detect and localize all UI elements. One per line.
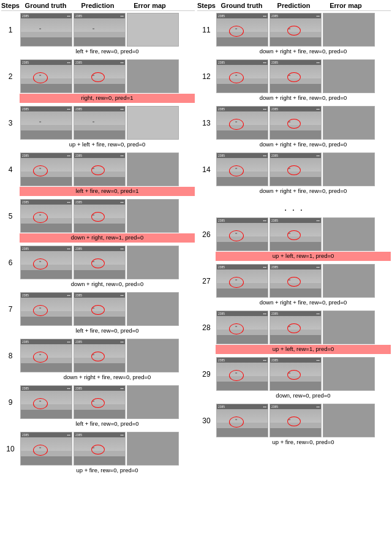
step-block: 282385▪▪▪≈2385▪▪▪≈up + left, rew=1, pred… (197, 310, 391, 354)
step-caption: up + fire, rew=0, pred=0 (20, 466, 195, 475)
ground-truth-cell: 2385▪▪▪≈ (20, 432, 72, 466)
step-images-row: 112385▪▪▪≈2385▪▪▪≈ (197, 12, 391, 47)
step-images-row: 122385▪▪▪≈2385▪▪▪≈ (197, 59, 391, 94)
step-number: 5 (1, 212, 20, 221)
prediction-cell: 2385▪▪▪≈ (74, 106, 126, 140)
game-image: 2385▪▪▪≈ (74, 153, 125, 186)
game-image: 2385▪▪▪≈ (21, 153, 72, 186)
error-map (323, 218, 374, 251)
error-map-cell (127, 385, 179, 419)
step-caption: left + fire, rew=0, pred=0 (20, 47, 195, 56)
error-map (127, 246, 178, 279)
red-circle-indicator (229, 277, 244, 288)
step-images-row: 302385▪▪▪≈2385▪▪▪≈ (197, 403, 391, 438)
red-circle-indicator (287, 72, 301, 82)
step-number: 26 (197, 230, 216, 239)
step-caption: up + fire, rew=0, pred=0 (216, 438, 391, 447)
prediction-cell: 2385▪▪▪≈ (74, 153, 126, 186)
step-caption: down, rew=0, pred=0 (216, 391, 391, 401)
game-image: 2385▪▪▪≈ (270, 358, 321, 390)
prediction-cell: 2385▪▪▪≈ (270, 59, 322, 93)
prediction-cell: 2385▪▪▪≈ (270, 311, 322, 344)
right-header: Steps Ground truth Prediction Error map (197, 0, 391, 11)
error-map-cell (323, 13, 375, 47)
red-circle-indicator (229, 72, 244, 83)
step-number: 30 (197, 417, 216, 425)
red-circle-indicator (91, 398, 105, 408)
error-map (323, 13, 374, 46)
error-map-cell (323, 404, 375, 437)
red-circle-indicator (91, 305, 105, 315)
step-block: 32385▪▪▪≈2385▪▪▪≈up + left + fire, rew=0… (1, 105, 195, 149)
game-image: 2385▪▪▪≈ (74, 60, 125, 92)
red-circle-indicator (33, 212, 48, 223)
step-images-row: 142385▪▪▪≈2385▪▪▪≈ (197, 152, 391, 187)
right-header-err: Error map (320, 2, 372, 9)
error-map (127, 200, 178, 232)
step-caption: left + fire, rew=0, pred=0 (20, 326, 195, 336)
error-map-cell (127, 153, 179, 186)
step-caption: down + right, rew=1, pred=0 (20, 233, 195, 243)
ground-truth-cell: 2385▪▪▪≈ (20, 106, 72, 140)
step-images-row: 52385▪▪▪≈2385▪▪▪≈ (1, 198, 195, 233)
game-image: 2385▪▪▪≈ (270, 13, 321, 46)
left-header-steps: Steps (1, 2, 20, 9)
step-images-row: 12385▪▪▪≈2385▪▪▪≈ (1, 12, 195, 47)
prediction-cell: 2385▪▪▪≈ (270, 217, 322, 251)
ground-truth-cell: 2385▪▪▪≈ (20, 153, 72, 186)
step-caption: up + left, rew=1, pred=0 (216, 345, 391, 354)
ground-truth-cell: 2385▪▪▪≈ (216, 106, 268, 140)
prediction-cell: 2385▪▪▪≈ (270, 106, 322, 140)
ground-truth-cell: 2385▪▪▪≈ (216, 217, 268, 251)
error-map (323, 107, 374, 139)
game-image: 2385▪▪▪≈ (74, 432, 125, 465)
error-map-cell (127, 13, 179, 47)
step-block: 52385▪▪▪≈2385▪▪▪≈down + right, rew=1, pr… (1, 198, 195, 243)
step-caption: down + right + fire, rew=0, pred=0 (216, 187, 391, 196)
prediction-cell: 2385▪▪▪≈ (74, 13, 126, 47)
prediction-cell: 2385▪▪▪≈ (74, 246, 126, 279)
error-map-cell (127, 106, 179, 140)
red-circle-indicator (287, 230, 301, 240)
step-caption: up + left, rew=1, pred=0 (216, 252, 391, 261)
game-image: 2385▪▪▪≈ (21, 386, 72, 418)
ground-truth-cell: 2385▪▪▪≈ (20, 246, 72, 279)
step-images-row: 22385▪▪▪≈2385▪▪▪≈ (1, 59, 195, 94)
game-image: 2385▪▪▪≈ (21, 339, 72, 372)
step-block: 72385▪▪▪≈2385▪▪▪≈left + fire, rew=0, pre… (1, 292, 195, 336)
step-images-row: 272385▪▪▪≈2385▪▪▪≈ (197, 263, 391, 298)
game-image: 2385▪▪▪≈ (217, 13, 268, 46)
right-header-gt: Ground truth (216, 2, 268, 9)
step-number: 2 (1, 72, 20, 81)
error-map-cell (127, 339, 179, 372)
error-map-cell (323, 311, 375, 344)
red-circle-indicator (33, 165, 48, 176)
step-caption: left + fire, rew=0, pred=0 (20, 420, 195, 429)
game-image: 2385▪▪▪≈ (217, 218, 268, 251)
error-map (323, 60, 374, 92)
step-block: 292385▪▪▪≈2385▪▪▪≈down, rew=0, pred=0 (197, 356, 391, 401)
step-number: 4 (1, 165, 20, 174)
game-image: 2385▪▪▪≈ (21, 200, 72, 232)
step-block: 302385▪▪▪≈2385▪▪▪≈up + fire, rew=0, pred… (197, 403, 391, 447)
right-panel: Steps Ground truth Prediction Error map … (196, 0, 392, 478)
step-block: 22385▪▪▪≈2385▪▪▪≈right, rew=0, pred=1 (1, 59, 195, 103)
step-block: 82385▪▪▪≈2385▪▪▪≈down + right + fire, re… (1, 338, 195, 382)
error-map-cell (323, 153, 375, 186)
red-circle-indicator (287, 26, 301, 36)
red-circle-indicator (91, 165, 105, 175)
step-block: 272385▪▪▪≈2385▪▪▪≈down + right + fire, r… (197, 263, 391, 307)
error-map (323, 311, 374, 344)
game-image: 2385▪▪▪≈ (74, 386, 125, 418)
step-block: 42385▪▪▪≈2385▪▪▪≈left + fire, rew=0, pre… (1, 152, 195, 196)
error-map (127, 293, 178, 325)
ground-truth-cell: 2385▪▪▪≈ (216, 13, 268, 47)
step-number: 1 (1, 26, 20, 34)
ground-truth-cell: 2385▪▪▪≈ (216, 357, 268, 391)
red-circle-indicator (33, 72, 48, 83)
game-image: 2385▪▪▪≈ (217, 311, 268, 344)
game-image: 2385▪▪▪≈ (74, 13, 125, 46)
game-image: 2385▪▪▪≈ (21, 107, 72, 139)
step-block: 12385▪▪▪≈2385▪▪▪≈left + fire, rew=0, pre… (1, 12, 195, 56)
game-image: 2385▪▪▪≈ (270, 60, 321, 92)
